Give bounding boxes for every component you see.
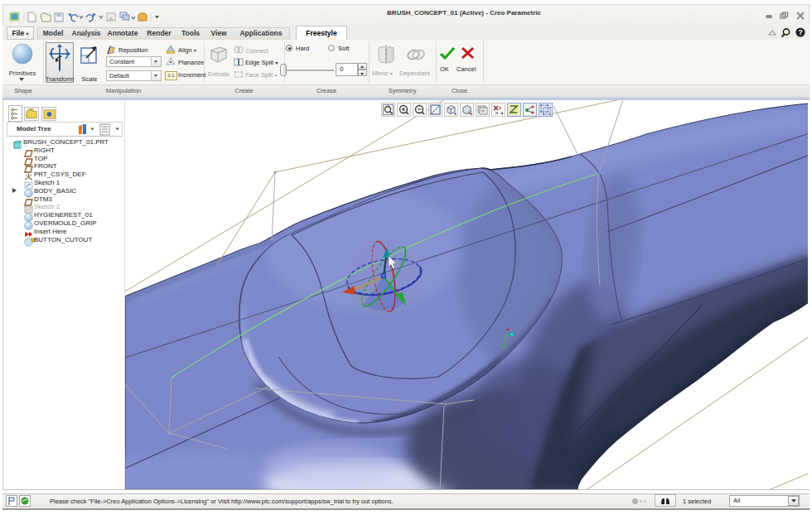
svg-text:?: ? xyxy=(798,28,802,36)
